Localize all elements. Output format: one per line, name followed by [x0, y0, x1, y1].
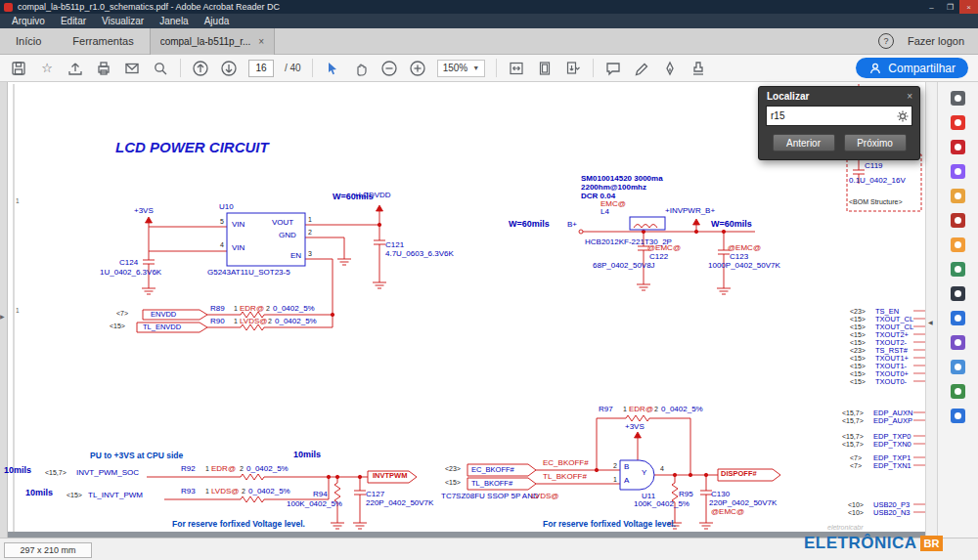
close-button[interactable]: × [959, 0, 978, 14]
menu-janela[interactable]: Janela [152, 16, 196, 26]
edit-pdf-icon[interactable] [946, 161, 971, 182]
document-tab-label: compal_la-b511p_r... [160, 36, 251, 47]
star-icon[interactable]: ☆ [38, 60, 56, 77]
minimize-button[interactable]: – [922, 0, 941, 14]
redact-icon[interactable] [946, 283, 971, 304]
zoom-out-icon[interactable] [380, 60, 398, 77]
search-tool-icon[interactable] [946, 88, 971, 108]
watermark-shadow-text: eletronicabr [827, 524, 864, 531]
next-page-icon[interactable] [220, 60, 238, 77]
highlight-icon[interactable] [633, 60, 650, 77]
tab-row-right: ? Fazer logon [878, 33, 978, 49]
fit-page-icon[interactable] [536, 60, 554, 77]
menu-editar[interactable]: Editar [53, 16, 94, 26]
find-input-wrap [766, 106, 912, 126]
find-dialog: Localizar × Anterior Próximo [758, 86, 920, 160]
document-tab[interactable]: compal_la-b511p_r... × [150, 28, 276, 55]
toolbar-separator [180, 59, 181, 77]
find-close-icon[interactable]: × [907, 91, 912, 102]
page-number-input[interactable] [248, 60, 274, 77]
menu-ajuda[interactable]: Ajuda [197, 16, 238, 26]
comment-icon[interactable] [604, 60, 622, 77]
help-icon[interactable]: ? [878, 33, 894, 49]
page-display-dropdown-icon[interactable] [564, 60, 582, 77]
chevron-down-icon: ▼ [472, 65, 479, 71]
fazer-logon-link[interactable]: Fazer logon [908, 35, 964, 47]
watermark-brand: ELETRÔNICA [804, 534, 917, 553]
eletronicabr-watermark: eletronicabr ELETRÔNICA BR www.eletronic… [804, 516, 970, 560]
document-tab-close-icon[interactable]: × [258, 36, 264, 47]
upload-icon[interactable] [67, 60, 84, 77]
find-next-button[interactable]: Próximo [844, 134, 907, 151]
watermark-br-badge: BR [920, 536, 944, 551]
compress-pdf-icon[interactable] [946, 259, 971, 280]
right-panel-collapse-strip: ◀ [925, 82, 937, 538]
tab-row: Início Ferramentas compal_la-b511p_r... … [0, 28, 978, 55]
email-icon[interactable] [123, 60, 141, 77]
find-options-gear-icon[interactable] [896, 109, 910, 123]
zoom-level-dropdown[interactable]: 150% ▼ [437, 60, 486, 77]
zoom-level: 150% [443, 63, 468, 73]
combine-files-icon[interactable] [946, 210, 971, 231]
sign-icon[interactable] [661, 60, 679, 77]
send-for-comments-icon[interactable] [946, 357, 971, 377]
acrobat-window: compal_la-b511p_r1.0_schematics.pdf - Ad… [0, 0, 978, 560]
page-size-indicator: 297 x 210 mm [4, 542, 92, 558]
page-total: / 40 [285, 63, 301, 73]
window-controls: – ❐ × [922, 0, 978, 14]
print-icon[interactable] [95, 60, 112, 77]
share-button[interactable]: Compartilhar [856, 58, 968, 78]
search-icon[interactable] [152, 60, 169, 77]
maximize-button[interactable]: ❐ [941, 0, 959, 14]
fit-width-icon[interactable] [508, 60, 525, 77]
stamp-icon[interactable] [946, 381, 971, 402]
menubar: ArquivoEditarVisualizarJanelaAjuda [0, 14, 978, 28]
tools-sidebar [937, 82, 978, 538]
tab-inicio[interactable]: Início [0, 35, 57, 47]
comment-icon[interactable] [946, 186, 971, 206]
fill-sign-icon[interactable] [946, 332, 971, 353]
toolbar-separator [312, 59, 313, 77]
find-input[interactable] [767, 110, 896, 121]
protect-icon[interactable] [946, 308, 971, 328]
window-title: compal_la-b511p_r1.0_schematics.pdf - Ad… [18, 2, 280, 12]
hand-tool-icon[interactable] [352, 60, 370, 77]
save-icon[interactable] [10, 60, 27, 77]
find-title: Localizar [767, 91, 809, 102]
person-icon [868, 62, 882, 75]
expand-tools-panel-icon[interactable]: ◀ [928, 319, 933, 325]
toolbar-separator [593, 59, 594, 77]
left-panel-strip: ▶ [0, 82, 8, 538]
zoom-in-icon[interactable] [409, 60, 426, 77]
create-pdf-icon[interactable] [946, 137, 971, 157]
menu-visualizar[interactable]: Visualizar [94, 16, 152, 26]
expand-left-panel-icon[interactable]: ▶ [0, 313, 5, 320]
export-pdf-icon[interactable] [946, 112, 971, 133]
find-previous-button[interactable]: Anterior [773, 134, 835, 151]
share-button-label: Compartilhar [888, 62, 956, 75]
acrobat-app-icon [4, 3, 13, 12]
organize-pages-icon[interactable] [946, 235, 971, 255]
previous-page-icon[interactable] [192, 60, 209, 77]
toolbar-separator [496, 59, 497, 77]
toolbar: ☆ / 40 [0, 55, 978, 82]
measure-icon[interactable] [946, 406, 971, 426]
stamp-icon[interactable] [689, 60, 707, 77]
select-tool-icon[interactable] [324, 60, 341, 77]
titlebar: compal_la-b511p_r1.0_schematics.pdf - Ad… [0, 0, 978, 14]
tab-ferramentas[interactable]: Ferramentas [57, 35, 149, 47]
menu-arquivo[interactable]: Arquivo [4, 16, 53, 26]
